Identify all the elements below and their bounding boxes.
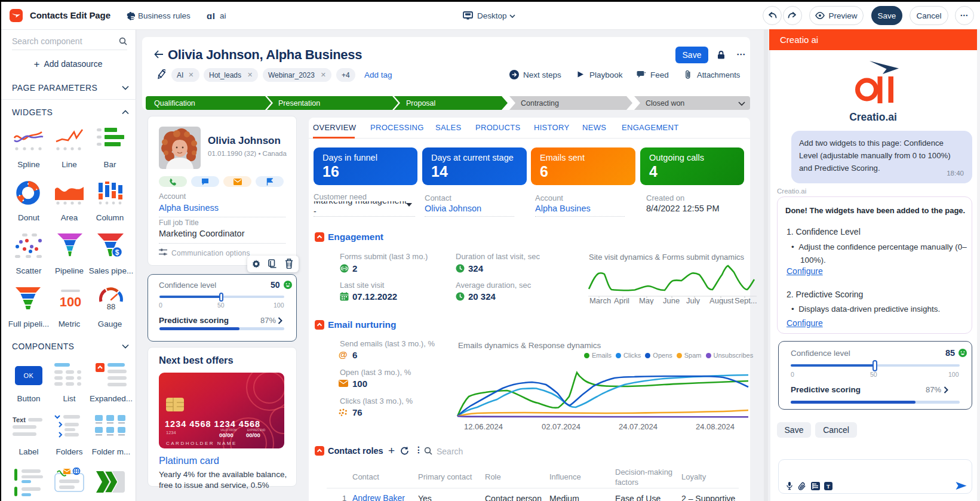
svg-text:Qualification: Qualification xyxy=(154,99,195,107)
svg-text:88: 88 xyxy=(107,302,115,311)
svg-text:100: 100 xyxy=(60,294,82,309)
svg-text:$: $ xyxy=(115,248,119,257)
svg-text:Text: Text xyxy=(13,416,26,423)
svg-text:CARDHOLDER NAME: CARDHOLDER NAME xyxy=(166,441,237,446)
svg-text:Presentation: Presentation xyxy=(278,99,320,107)
svg-text:June: June xyxy=(663,296,680,305)
svg-text:00/00: 00/00 xyxy=(246,432,260,438)
svg-text:Proposal: Proposal xyxy=(406,99,435,107)
svg-text:August: August xyxy=(709,296,734,305)
svg-text:02.07.2024: 02.07.2024 xyxy=(542,422,580,431)
svg-text:May: May xyxy=(639,296,654,305)
svg-text:24.07.2024: 24.07.2024 xyxy=(619,422,658,431)
svg-text:T: T xyxy=(827,483,830,490)
svg-text:1234: 1234 xyxy=(166,430,176,435)
svg-text:24.08.2024: 24.08.2024 xyxy=(696,422,735,431)
svg-text:July: July xyxy=(686,296,701,305)
svg-text:00/00: 00/00 xyxy=(219,432,234,438)
svg-text:Sept...: Sept... xyxy=(735,296,757,305)
svg-text:1234 4568 1234 4568: 1234 4568 1234 4568 xyxy=(165,419,260,429)
svg-text:Closed won: Closed won xyxy=(646,99,684,107)
svg-text:Contracting: Contracting xyxy=(521,99,559,107)
svg-text:March: March xyxy=(589,296,611,305)
svg-text:12.06.2024: 12.06.2024 xyxy=(464,422,503,431)
svg-text:April: April xyxy=(614,296,629,305)
